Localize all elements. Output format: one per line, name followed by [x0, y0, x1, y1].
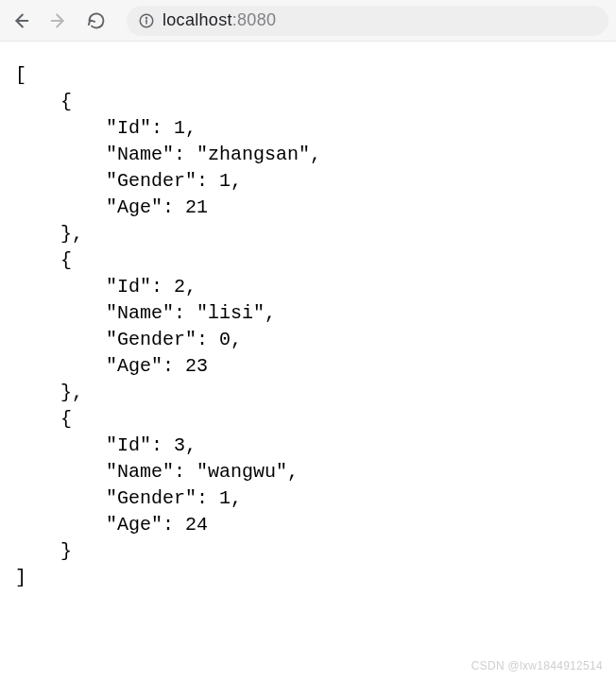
url-port: :8080: [232, 10, 277, 29]
reload-icon: [87, 11, 106, 30]
browser-toolbar: localhost:8080: [0, 0, 616, 42]
svg-point-4: [146, 17, 147, 18]
arrow-right-icon: [48, 10, 69, 31]
url-text: localhost:8080: [163, 10, 276, 30]
url-host: localhost: [163, 10, 232, 29]
back-button[interactable]: [8, 8, 34, 34]
address-bar[interactable]: localhost:8080: [127, 6, 608, 36]
forward-button[interactable]: [45, 8, 72, 34]
arrow-left-icon: [10, 10, 31, 31]
site-info-icon[interactable]: [138, 12, 155, 29]
watermark-text: CSDN @lxw1844912514: [471, 659, 603, 672]
json-response-body: [ { "Id": 1, "Name": "zhangsan", "Gender…: [0, 42, 616, 612]
reload-button[interactable]: [83, 8, 110, 34]
